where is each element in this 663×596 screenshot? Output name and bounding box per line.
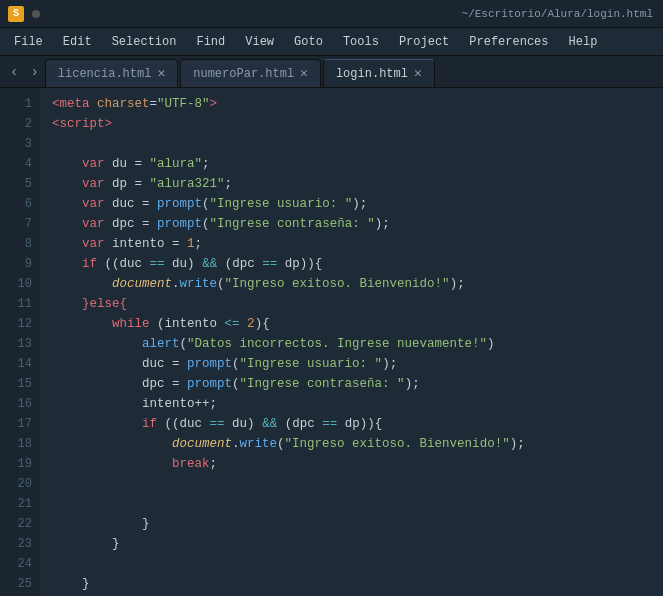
- tab-numeroPar[interactable]: numeroPar.html ✕: [180, 59, 321, 87]
- menu-preferences[interactable]: Preferences: [459, 31, 558, 53]
- app-icon: S: [8, 6, 24, 22]
- code-line-3: [52, 134, 663, 154]
- code-line-7: var dpc = prompt("Ingrese contraseña: ")…: [52, 214, 663, 234]
- code-line-23: }: [52, 534, 663, 554]
- code-line-2: <script>: [52, 114, 663, 134]
- code-line-14: duc = prompt("Ingrese usuario: ");: [52, 354, 663, 374]
- tab-licencia-close[interactable]: ✕: [157, 67, 165, 80]
- code-line-11: }else{: [52, 294, 663, 314]
- menu-bar: File Edit Selection Find View Goto Tools…: [0, 28, 663, 56]
- code-line-21: [52, 494, 663, 514]
- code-line-9: if ((duc == du) && (dpc == dp)){: [52, 254, 663, 274]
- window-title: ~/Escritorio/Alura/login.html: [462, 8, 653, 20]
- code-line-4: var du = "alura";: [52, 154, 663, 174]
- code-line-19: break;: [52, 454, 663, 474]
- window-dot: [32, 10, 40, 18]
- code-line-8: var intento = 1;: [52, 234, 663, 254]
- code-area: 12345 678910 1112131415 1617181920 21222…: [0, 88, 663, 596]
- menu-edit[interactable]: Edit: [53, 31, 102, 53]
- code-line-22: }: [52, 514, 663, 534]
- tab-next-btn[interactable]: ›: [24, 61, 44, 83]
- code-line-13: alert("Datos incorrectos. Ingrese nuevam…: [52, 334, 663, 354]
- tab-login-label: login.html: [336, 67, 408, 81]
- tab-prev-btn[interactable]: ‹: [4, 61, 24, 83]
- tab-numeroPar-close[interactable]: ✕: [300, 67, 308, 80]
- code-line-17: if ((duc == du) && (dpc == dp)){: [52, 414, 663, 434]
- code-line-12: while (intento <= 2){: [52, 314, 663, 334]
- tab-licencia-label: licencia.html: [58, 67, 152, 81]
- menu-goto[interactable]: Goto: [284, 31, 333, 53]
- code-editor[interactable]: <meta charset="UTF-8"> <script> var du =…: [40, 88, 663, 596]
- code-line-20: [52, 474, 663, 494]
- tab-bar: ‹ › licencia.html ✕ numeroPar.html ✕ log…: [0, 56, 663, 88]
- tab-numeroPar-label: numeroPar.html: [193, 67, 294, 81]
- menu-file[interactable]: File: [4, 31, 53, 53]
- code-line-25: }: [52, 574, 663, 594]
- tab-login[interactable]: login.html ✕: [323, 59, 435, 87]
- tab-licencia[interactable]: licencia.html ✕: [45, 59, 178, 87]
- menu-find[interactable]: Find: [186, 31, 235, 53]
- code-line-15: dpc = prompt("Ingrese contraseña: ");: [52, 374, 663, 394]
- title-bar: S ~/Escritorio/Alura/login.html: [0, 0, 663, 28]
- line-numbers: 12345 678910 1112131415 1617181920 21222…: [0, 88, 40, 596]
- menu-project[interactable]: Project: [389, 31, 459, 53]
- menu-view[interactable]: View: [235, 31, 284, 53]
- code-line-6: var duc = prompt("Ingrese usuario: ");: [52, 194, 663, 214]
- code-line-1: <meta charset="UTF-8">: [52, 94, 663, 114]
- code-line-5: var dp = "alura321";: [52, 174, 663, 194]
- menu-selection[interactable]: Selection: [102, 31, 187, 53]
- menu-tools[interactable]: Tools: [333, 31, 389, 53]
- code-line-18: document.write("Ingreso exitoso. Bienven…: [52, 434, 663, 454]
- tab-login-close[interactable]: ✕: [414, 67, 422, 80]
- code-line-16: intento++;: [52, 394, 663, 414]
- code-line-10: document.write("Ingreso exitoso. Bienven…: [52, 274, 663, 294]
- code-line-24: [52, 554, 663, 574]
- menu-help[interactable]: Help: [559, 31, 608, 53]
